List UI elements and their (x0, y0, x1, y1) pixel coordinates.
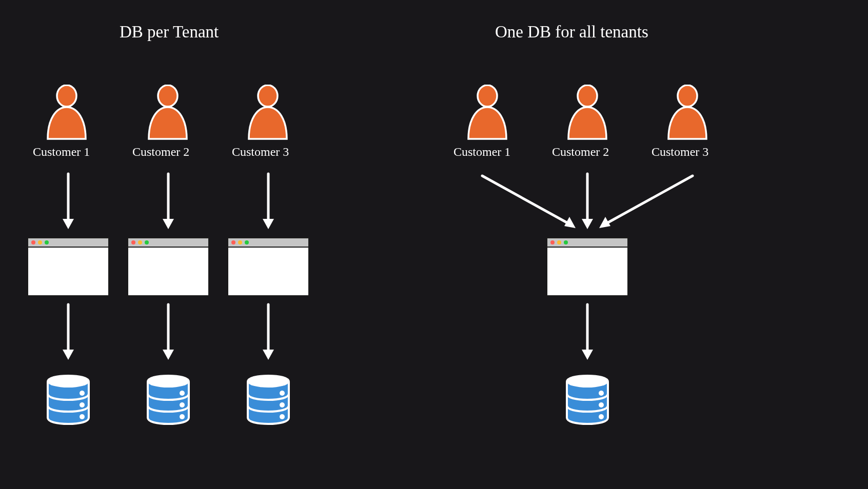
arrow-down-icon (261, 302, 276, 361)
arrow-down-icon (261, 172, 276, 231)
database-icon (45, 374, 91, 425)
svg-point-25 (280, 402, 285, 408)
svg-point-23 (248, 376, 289, 388)
svg-point-20 (180, 391, 185, 396)
person-icon (464, 85, 510, 141)
person-icon (664, 85, 711, 141)
svg-point-39 (599, 391, 604, 396)
svg-point-18 (80, 414, 85, 419)
svg-point-28 (578, 85, 597, 107)
svg-point-27 (478, 85, 497, 107)
app-window-icon (546, 237, 628, 296)
customer-label: Customer 2 (552, 145, 609, 159)
customer-label: Customer 1 (453, 145, 510, 159)
svg-point-0 (57, 85, 76, 107)
svg-point-17 (80, 402, 85, 408)
svg-point-1 (158, 85, 177, 107)
svg-marker-4 (63, 219, 74, 229)
person-icon (564, 85, 610, 141)
svg-point-15 (48, 376, 89, 388)
svg-point-29 (678, 85, 697, 107)
svg-point-16 (80, 391, 85, 396)
arrow-diagonal-icon (477, 172, 585, 236)
customer-label: Customer 2 (132, 145, 189, 159)
person-icon (44, 85, 90, 141)
svg-point-40 (599, 402, 604, 408)
svg-point-19 (148, 376, 189, 388)
database-icon (145, 374, 191, 425)
svg-marker-6 (163, 219, 174, 229)
database-icon (564, 374, 610, 425)
svg-marker-14 (263, 350, 274, 360)
svg-marker-10 (63, 350, 74, 360)
app-window-icon (127, 237, 209, 296)
svg-line-30 (482, 176, 569, 224)
arrow-down-icon (61, 172, 76, 231)
svg-point-41 (599, 414, 604, 419)
arrow-diagonal-icon (590, 172, 698, 236)
arrow-down-icon (161, 172, 176, 231)
app-window-icon (227, 237, 309, 296)
person-icon (145, 85, 191, 141)
svg-line-34 (605, 176, 693, 224)
svg-point-24 (280, 391, 285, 396)
arrow-down-icon (61, 302, 76, 361)
svg-point-21 (180, 402, 185, 408)
svg-marker-8 (263, 219, 274, 229)
right-title: One DB for all tenants (495, 23, 648, 42)
svg-point-22 (180, 414, 185, 419)
svg-marker-12 (163, 350, 174, 360)
customer-label: Customer 1 (33, 145, 90, 159)
arrow-down-icon (580, 302, 595, 361)
customer-label: Customer 3 (652, 145, 708, 159)
person-icon (245, 85, 291, 141)
svg-point-26 (280, 414, 285, 419)
customer-label: Customer 3 (232, 145, 289, 159)
svg-point-2 (258, 85, 278, 107)
database-icon (245, 374, 291, 425)
svg-marker-37 (582, 350, 593, 360)
left-title: DB per Tenant (120, 23, 219, 42)
arrow-down-icon (161, 302, 176, 361)
app-window-icon (27, 237, 109, 296)
svg-point-38 (567, 376, 608, 388)
